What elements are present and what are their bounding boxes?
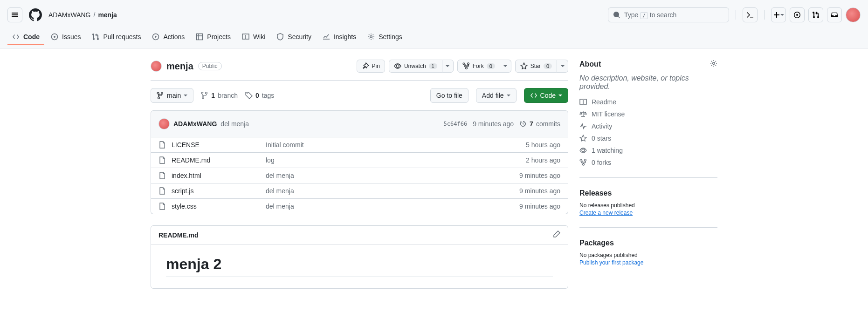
svg-point-1 <box>54 36 55 38</box>
caret-down-icon <box>184 94 187 97</box>
nav-projects[interactable]: Projects <box>191 29 235 45</box>
table-icon <box>196 33 203 41</box>
about-head: About <box>579 60 717 68</box>
edit-readme-button[interactable] <box>553 230 560 239</box>
readme-filename[interactable]: README.md <box>158 231 199 239</box>
commit-author[interactable]: ADAMxWANG <box>173 120 217 128</box>
add-file-button[interactable]: Add file <box>476 88 517 103</box>
star-button[interactable]: Star0 <box>515 60 557 73</box>
file-name-link[interactable]: script.js <box>172 187 193 195</box>
nav-security[interactable]: Security <box>272 29 316 45</box>
nav-settings[interactable]: Settings <box>363 29 407 45</box>
github-logo[interactable] <box>28 7 43 22</box>
branches-link[interactable]: 1branch <box>201 92 238 99</box>
header-left: ADAMxWANG / menja <box>7 7 117 22</box>
commit-message[interactable]: del menja <box>220 120 249 128</box>
search-placeholder: Type / to search <box>624 11 676 19</box>
about-stars-link[interactable]: 0 stars <box>579 135 717 142</box>
fork-button[interactable]: Fork0 <box>457 60 500 73</box>
graph-icon <box>323 33 330 41</box>
about-watching-link[interactable]: 1 watching <box>579 147 717 154</box>
create-release-link[interactable]: Create a new release <box>579 210 633 216</box>
file-icon <box>158 141 166 149</box>
gear-icon <box>710 60 717 67</box>
hamburger-button[interactable] <box>7 7 22 22</box>
file-name-link[interactable]: README.md <box>172 156 210 164</box>
pin-button[interactable]: Pin <box>357 60 385 73</box>
main-column: menja Public Pin Unwatch1 Fork0 Star0 <box>151 60 568 289</box>
gear-icon <box>367 33 375 41</box>
svg-point-5 <box>247 93 248 94</box>
about-activity-link[interactable]: Activity <box>579 122 717 130</box>
fork-group: Fork0 <box>457 60 511 73</box>
file-icon <box>158 203 166 210</box>
console-icon <box>746 11 754 19</box>
readme-heading: menja 2 <box>166 256 553 277</box>
tags-link[interactable]: 0tags <box>245 92 274 99</box>
about-readme-link[interactable]: Readme <box>579 98 717 106</box>
pin-icon <box>362 62 369 70</box>
fork-dropdown[interactable] <box>500 60 511 73</box>
code-button[interactable]: Code <box>524 88 568 103</box>
repo-settings-button[interactable] <box>710 60 717 68</box>
pull-requests-tray-button[interactable] <box>808 7 823 22</box>
file-time: 2 hours ago <box>526 156 560 164</box>
file-icon <box>158 187 166 195</box>
commit-avatar[interactable] <box>158 118 170 129</box>
breadcrumb-owner[interactable]: ADAMxWANG <box>48 11 90 19</box>
branch-selector[interactable]: main <box>151 88 193 103</box>
eye-icon <box>394 62 401 70</box>
search-icon <box>613 11 620 19</box>
divider <box>736 10 736 20</box>
code-icon <box>12 33 20 41</box>
nav-actions[interactable]: Actions <box>147 29 189 45</box>
create-new-button[interactable] <box>771 7 786 22</box>
file-row: script.jsdel menja9 minutes ago <box>151 183 568 198</box>
file-row: LICENSEInitial commit5 hours ago <box>151 137 568 152</box>
unwatch-button[interactable]: Unwatch1 <box>389 60 442 73</box>
star-dropdown[interactable] <box>557 60 568 73</box>
nav-wiki[interactable]: Wiki <box>237 29 270 45</box>
releases-section: Releases No releases published Create a … <box>579 177 717 216</box>
file-name-link[interactable]: style.css <box>172 203 197 210</box>
svg-point-6 <box>713 62 715 65</box>
sidebar: About No description, website, or topics… <box>579 60 717 289</box>
file-commit-msg[interactable]: del menja <box>266 203 519 210</box>
file-commit-msg[interactable]: del menja <box>266 187 519 195</box>
breadcrumb-repo[interactable]: menja <box>98 11 117 19</box>
publish-package-link[interactable]: Publish your first package <box>579 259 643 266</box>
latest-commit-bar: ADAMxWANG del menja 5c64f66 9 minutes ag… <box>151 110 568 137</box>
nav-pulls[interactable]: Pull requests <box>87 29 145 45</box>
notifications-button[interactable] <box>827 7 842 22</box>
commit-time[interactable]: 9 minutes ago <box>473 120 514 128</box>
commits-link[interactable]: 7commits <box>519 120 560 128</box>
file-commit-msg[interactable]: Initial commit <box>266 141 526 149</box>
hamburger-icon <box>11 11 19 19</box>
watch-dropdown[interactable] <box>442 60 454 73</box>
plus-icon <box>773 11 780 19</box>
search-input[interactable]: Type / to search <box>608 7 729 22</box>
nav-code[interactable]: Code <box>7 29 44 45</box>
about-forks-link[interactable]: 0 forks <box>579 159 717 166</box>
file-commit-msg[interactable]: del menja <box>266 172 519 179</box>
issue-icon <box>51 33 58 41</box>
breadcrumb-sep: / <box>93 11 95 19</box>
repo-title[interactable]: menja <box>166 61 193 72</box>
readme-body: menja 2 <box>151 244 568 288</box>
file-commit-msg[interactable]: log <box>266 156 526 164</box>
file-table: LICENSEInitial commit5 hours agoREADME.m… <box>151 137 568 214</box>
goto-file-button[interactable]: Go to file <box>430 88 468 103</box>
nav-issues[interactable]: Issues <box>46 29 85 45</box>
nav-insights[interactable]: Insights <box>318 29 361 45</box>
commit-sha[interactable]: 5c64f66 <box>444 121 468 127</box>
command-palette-button[interactable] <box>743 7 758 22</box>
issues-tray-button[interactable] <box>790 7 805 22</box>
file-row: README.mdlog2 hours ago <box>151 152 568 168</box>
about-title: About <box>579 60 601 68</box>
file-name-link[interactable]: LICENSE <box>172 141 200 149</box>
user-avatar[interactable] <box>846 7 861 22</box>
file-name-link[interactable]: index.html <box>172 172 201 179</box>
about-license-link[interactable]: MIT license <box>579 110 717 118</box>
repo-actions: Pin Unwatch1 Fork0 Star0 <box>357 60 568 73</box>
watch-group: Unwatch1 <box>389 60 454 73</box>
